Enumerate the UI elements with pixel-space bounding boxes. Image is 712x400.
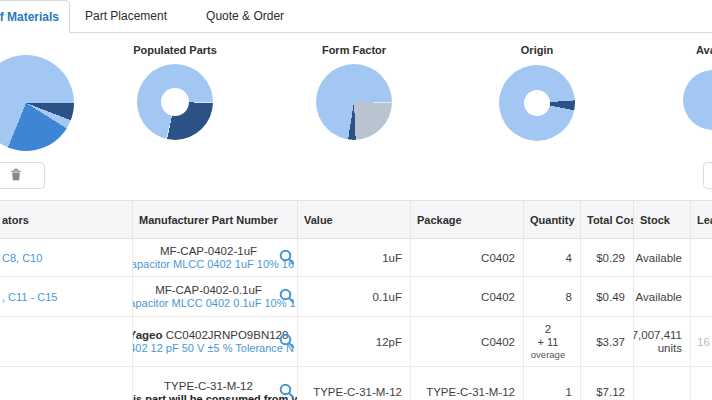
- search-icon[interactable]: [279, 249, 295, 267]
- mpn-cell: MF-CAP-0402-1uF Capacitor MLCC 0402 1uF …: [133, 239, 298, 276]
- tab-bill-of-materials[interactable]: of Materials: [0, 0, 70, 33]
- part-description-link[interactable]: 0402 12 pF 50 V ±5 % Tolerance N: [133, 342, 294, 355]
- mpn-cell: MF-CAP-0402-0.1uF Capacitor MLCC 0402 0.…: [133, 277, 298, 316]
- mpn-text: TYPE-C-31-M-12: [164, 379, 253, 393]
- mpn-text: MF-CAP-0402-1uF: [160, 244, 257, 258]
- header-value[interactable]: Value: [298, 201, 411, 238]
- quantity-cell: 4: [524, 239, 581, 276]
- delete-button[interactable]: [0, 162, 45, 189]
- tab-part-placement[interactable]: Part Placement: [70, 0, 182, 32]
- part-warning-text: This part will be consumed from y: [133, 393, 297, 400]
- stock-cell: Available: [634, 239, 691, 276]
- stock-cell: 7,007,411 units: [634, 317, 691, 366]
- lead-time-cell: [691, 367, 712, 400]
- toolbar-right-button[interactable]: [703, 162, 712, 189]
- package-cell: C0402: [411, 239, 524, 276]
- table-row[interactable]: C8, C10 MF-CAP-0402-1uF Capacitor MLCC 0…: [0, 239, 712, 277]
- mpn-cell: Yageo CC0402JRNPO9BN120 0402 12 pF 50 V …: [133, 317, 298, 366]
- table-row[interactable]: TYPE-C-31-M-12 This part will be consume…: [0, 367, 712, 400]
- table-row[interactable]: Yageo CC0402JRNPO9BN120 0402 12 pF 50 V …: [0, 317, 712, 367]
- total-cost-cell: $7.12: [581, 367, 634, 400]
- populated-parts-donut-chart[interactable]: [137, 64, 213, 140]
- form-factor-pie-chart[interactable]: [316, 64, 392, 140]
- value-cell: 0.1uF: [298, 277, 411, 316]
- origin-donut-chart[interactable]: [499, 65, 575, 141]
- quantity-cell: 8: [524, 277, 581, 316]
- header-lead-time[interactable]: Lea: [691, 201, 712, 238]
- designators-link[interactable]: C8, C10: [0, 239, 133, 276]
- header-stock[interactable]: Stock: [634, 201, 691, 238]
- search-icon[interactable]: [279, 288, 295, 306]
- header-manufacturer-part-number[interactable]: Manufacturer Part Number: [133, 201, 298, 238]
- donut-hole: [161, 88, 189, 116]
- origin-title: Origin: [457, 44, 617, 56]
- value-cell: 1uF: [298, 239, 411, 276]
- form-factor-title: Form Factor: [274, 44, 434, 56]
- table-row[interactable]: , C11 - C15 MF-CAP-0402-0.1uF Capacitor …: [0, 277, 712, 317]
- bom-page: of Materials Part Placement Quote & Orde…: [0, 0, 712, 400]
- package-cell: C0402: [411, 277, 524, 316]
- header-total-cost[interactable]: Total Cost: [581, 201, 634, 238]
- lead-time-cell: [691, 277, 712, 316]
- designators-link[interactable]: [0, 317, 133, 366]
- quantity-cell: 1: [524, 367, 581, 400]
- total-cost-cell: $3.37: [581, 317, 634, 366]
- left-partial-pie-chart[interactable]: [0, 55, 74, 151]
- donut-hole: [524, 90, 550, 116]
- mpn-text: Yageo CC0402JRNPO9BN120: [133, 328, 288, 342]
- stock-cell: [634, 367, 691, 400]
- package-cell: TYPE-C-31-M-12: [411, 367, 524, 400]
- lead-time-cell: [691, 239, 712, 276]
- search-icon[interactable]: [279, 333, 295, 351]
- header-quantity[interactable]: Quantity: [524, 201, 581, 238]
- quantity-overage-label: overage: [531, 349, 565, 360]
- lead-time-cell: 16: [691, 317, 712, 366]
- value-cell: TYPE-C-31-M-12: [298, 367, 411, 400]
- bom-table: ators Manufacturer Part Number Value Pac…: [0, 200, 712, 400]
- designators-link[interactable]: [0, 367, 133, 400]
- total-cost-cell: $0.49: [581, 277, 634, 316]
- value-cell: 12pF: [298, 317, 411, 366]
- search-icon[interactable]: [279, 383, 295, 400]
- quantity-value: 2: [545, 323, 551, 336]
- tab-quote-and-order[interactable]: Quote & Order: [182, 0, 299, 32]
- populated-parts-title: Populated Parts: [95, 44, 255, 56]
- total-cost-cell: $0.29: [581, 239, 634, 276]
- package-cell: C0402: [411, 317, 524, 366]
- availability-title: Ava: [696, 44, 712, 56]
- header-package[interactable]: Package: [411, 201, 524, 238]
- mpn-text: MF-CAP-0402-0.1uF: [155, 283, 262, 297]
- mpn-cell: TYPE-C-31-M-12 This part will be consume…: [133, 367, 298, 400]
- trash-icon: [10, 167, 22, 185]
- part-description-link[interactable]: Capacitor MLCC 0402 0.1uF 10% 1: [133, 297, 296, 310]
- header-designators[interactable]: ators: [0, 201, 133, 238]
- stock-cell: Available: [634, 277, 691, 316]
- tab-bar: of Materials Part Placement Quote & Orde…: [0, 0, 712, 33]
- part-description-link[interactable]: Capacitor MLCC 0402 1uF 10% 16: [133, 258, 294, 271]
- quantity-cell: 2 + 11 overage: [524, 317, 581, 366]
- table-header-row: ators Manufacturer Part Number Value Pac…: [0, 200, 712, 239]
- designators-link[interactable]: , C11 - C15: [0, 277, 133, 316]
- availability-pie-chart[interactable]: [683, 70, 712, 130]
- quantity-overage-value: + 11: [538, 336, 559, 349]
